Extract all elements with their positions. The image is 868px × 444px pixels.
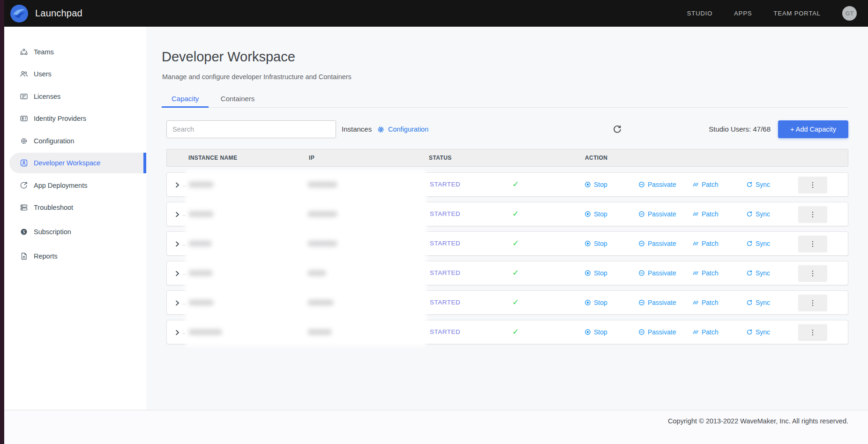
page-subtitle: Manage and configure developer Infrastru… (162, 73, 352, 81)
column-header-action: ACTION (585, 149, 607, 166)
stop-icon (584, 329, 591, 335)
instances-label: Instances (342, 120, 372, 138)
action-label: Sync (756, 240, 770, 247)
sidebar-item-troubleshoot[interactable]: Troubleshoot (4, 197, 146, 218)
sidebar-item-app-deployments[interactable]: App Deployments (4, 175, 146, 196)
configuration-link[interactable]: Configuration (377, 120, 428, 138)
toolbar: Instances Configuration Studio Users: 47… (146, 120, 868, 138)
check-icon: ✓ (512, 261, 519, 285)
row-menu-button[interactable] (798, 265, 827, 282)
passivate-action[interactable]: Passivate (638, 202, 676, 226)
sidebar-item-label: Subscription (34, 228, 71, 236)
sync-icon (746, 329, 753, 335)
patch-icon (692, 240, 699, 247)
expand-chevron-icon[interactable] (173, 181, 181, 189)
action-label: Stop (594, 210, 607, 218)
top-nav: STUDIO APPS TEAM PORTAL GT (687, 6, 857, 21)
app-title: Launchpad (35, 8, 82, 19)
sidebar-item-teams[interactable]: Teams (4, 42, 146, 62)
avatar[interactable]: GT (842, 6, 857, 21)
check-icon: ✓ (512, 291, 519, 314)
dollar-icon: $ (20, 228, 28, 236)
row-menu-button[interactable] (798, 206, 827, 223)
tab-capacity[interactable]: Capacity (162, 92, 209, 108)
tab-containers[interactable]: Containers (211, 92, 265, 108)
sidebar-item-licenses[interactable]: Licenses (4, 86, 146, 107)
footer: Copyright © 2013-2022 WaveMaker, Inc. Al… (0, 410, 868, 444)
kebab-icon (809, 240, 816, 248)
passivate-action[interactable]: Passivate (638, 173, 676, 196)
passivate-action[interactable]: Passivate (638, 232, 676, 255)
expand-chevron-icon[interactable] (173, 211, 181, 218)
sync-action[interactable]: Sync (746, 261, 770, 285)
sync-action[interactable]: Sync (746, 291, 770, 314)
action-label: Passivate (648, 328, 676, 336)
nav-studio[interactable]: STUDIO (687, 10, 713, 17)
patch-action[interactable]: Patch (692, 202, 718, 226)
action-label: Patch (702, 299, 718, 306)
sidebar-item-label: Teams (34, 48, 54, 56)
search-input[interactable] (166, 120, 336, 138)
expand-chevron-icon[interactable] (173, 270, 181, 277)
action-label: Stop (594, 299, 607, 306)
status-badge: STARTED (430, 261, 460, 285)
redacted-ip (307, 211, 337, 217)
patch-icon (692, 270, 699, 276)
refresh-icon[interactable] (613, 125, 622, 134)
row-menu-button[interactable] (798, 236, 827, 252)
sidebar-item-reports[interactable]: Reports (4, 246, 146, 266)
redaction-overlay (185, 170, 427, 347)
kebab-icon (809, 211, 816, 218)
expand-chevron-icon[interactable] (173, 299, 181, 307)
sync-action[interactable]: Sync (746, 202, 770, 226)
sync-action[interactable]: Sync (746, 232, 770, 255)
action-label: Patch (702, 240, 718, 247)
action-label: Stop (594, 328, 607, 336)
redacted-instance-name (188, 241, 212, 247)
sync-action[interactable]: Sync (746, 173, 770, 196)
sidebar-item-configuration[interactable]: Configuration (4, 131, 146, 151)
check-icon: ✓ (512, 173, 519, 196)
stop-action[interactable]: Stop (584, 320, 607, 344)
sidebar-item-identity-providers[interactable]: Identity Providers (4, 108, 146, 129)
redacted-ip (307, 270, 326, 276)
sync-icon (746, 270, 753, 276)
sidebar-item-subscription[interactable]: $ Subscription (4, 222, 146, 242)
page-title: Developer Workspace (162, 49, 295, 65)
redacted-name-marker: .. (182, 241, 185, 246)
patch-icon (692, 329, 699, 335)
sidebar-item-label: App Deployments (34, 182, 87, 189)
action-label: Passivate (648, 181, 676, 188)
row-menu-button[interactable] (798, 324, 827, 341)
deploy-icon (20, 181, 28, 190)
action-label: Sync (756, 181, 770, 188)
sidebar-item-users[interactable]: Users (4, 64, 146, 84)
passivate-action[interactable]: Passivate (638, 320, 676, 344)
sidebar-item-developer-workspace[interactable]: Developer Workspace (9, 153, 146, 173)
patch-action[interactable]: Patch (692, 291, 718, 314)
teams-icon (20, 48, 28, 56)
stop-action[interactable]: Stop (584, 291, 607, 314)
stop-action[interactable]: Stop (584, 202, 607, 226)
patch-action[interactable]: Patch (692, 173, 718, 196)
patch-action[interactable]: Patch (692, 261, 718, 285)
nav-team-portal[interactable]: TEAM PORTAL (774, 10, 821, 17)
nav-apps[interactable]: APPS (734, 10, 752, 17)
passivate-action[interactable]: Passivate (638, 291, 676, 314)
svg-text:$: $ (22, 229, 25, 234)
stop-action[interactable]: Stop (584, 173, 607, 196)
add-capacity-button[interactable]: + Add Capacity (778, 120, 848, 138)
stop-action[interactable]: Stop (584, 261, 607, 285)
stop-action[interactable]: Stop (584, 232, 607, 255)
expand-chevron-icon[interactable] (173, 329, 181, 336)
row-menu-button[interactable] (798, 295, 827, 311)
sidebar-item-label: Developer Workspace (34, 159, 100, 167)
row-menu-button[interactable] (798, 177, 827, 193)
passivate-action[interactable]: Passivate (638, 261, 676, 285)
patch-action[interactable]: Patch (692, 232, 718, 255)
patch-action[interactable]: Patch (692, 320, 718, 344)
expand-chevron-icon[interactable] (173, 240, 181, 248)
sidebar-item-label: Configuration (34, 137, 74, 145)
sync-action[interactable]: Sync (746, 320, 770, 344)
brand: Launchpad (10, 5, 82, 22)
